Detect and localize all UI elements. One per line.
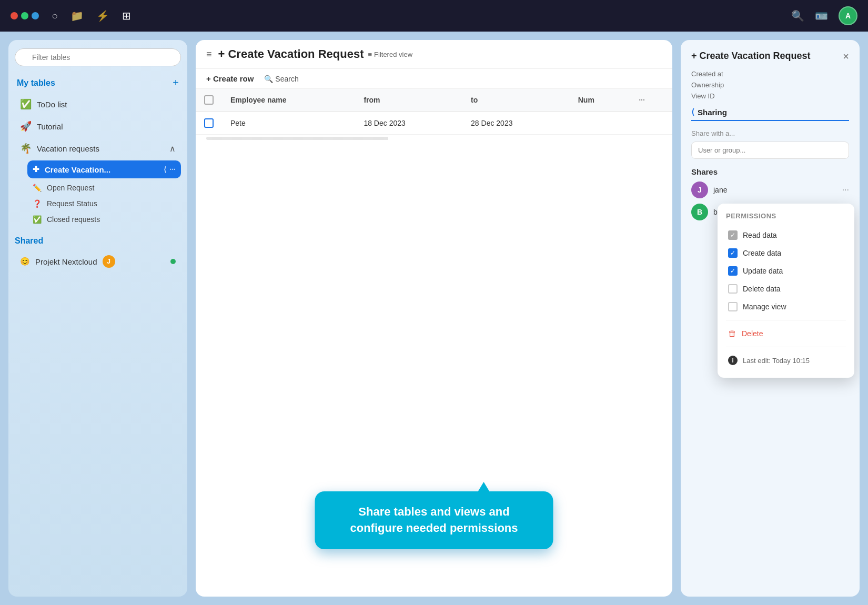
sidebar-item-todo[interactable]: ✅ ToDo list [15,94,181,114]
permissions-dropdown: Permissions ✓ Read data ✓ Create data ✓ … [718,204,854,378]
sidebar-item-request-status[interactable]: ❓ Request Status [27,196,181,211]
sidebar-item-label: Projekt Nextcloud [35,257,97,266]
perm-last-edit: i Last edit: Today 10:15 [726,351,846,369]
perm-label-manage-view: Manage view [743,302,786,311]
share-user-jane: J jane ··· [691,182,849,198]
page-title: + Create Vacation Request [218,47,364,61]
user-name-jane: jane [713,186,837,194]
table-row: Pete 18 Dec 2023 28 Dec 2023 [196,112,672,135]
permissions-divider [726,320,846,320]
close-panel-button[interactable]: × [843,51,849,62]
trash-icon: 🗑 [728,329,736,338]
my-tables-section-header: My tables + [15,77,181,89]
header-checkbox[interactable] [204,95,214,105]
perm-label-create: Create data [743,249,781,257]
sharing-tab[interactable]: ⟨ Sharing [691,107,849,121]
top-navigation: ○ 📁 ⚡ ⊞ 🔍 🪪 A [0,0,868,32]
meta-created-at: Created at [691,70,849,78]
callout-text: Share tables and views and configure nee… [350,505,518,535]
nav-icon-lightning[interactable]: ⚡ [96,9,109,22]
sharing-tab-label: Sharing [698,108,727,117]
filtered-view-badge: ≡ Filtered view [368,51,412,58]
perm-label-update: Update data [743,267,783,275]
share-with-input[interactable] [691,142,849,159]
user-avatar-jane: J [691,182,708,198]
share-icon[interactable]: ⟨ [164,165,166,174]
shared-section-divider: Shared [15,236,181,246]
column-more[interactable]: ··· [630,89,672,112]
nav-icon-circle[interactable]: ○ [52,10,58,22]
todo-icon: ✅ [20,98,32,110]
item-actions: ⟨ ··· [164,165,176,174]
share-with-label: Share with a... [691,129,849,137]
right-panel-header: + Create Vacation Request × [691,51,849,62]
add-table-button[interactable]: + [173,77,179,89]
right-panel-title-text: + Create Vacation Request [691,51,811,62]
permissions-divider-2 [726,347,846,347]
last-edit-label: Last edit: Today 10:15 [743,357,810,365]
sidebar: My tables + ✅ ToDo list 🚀 Tutorial 🌴 Vac… [8,40,187,597]
column-checkbox [196,89,222,112]
filter-tables-input[interactable] [15,48,181,66]
sidebar-item-open-request[interactable]: ✏️ Open Request [27,180,181,195]
horizontal-scrollbar[interactable] [206,137,662,140]
right-panel-title: + Create Vacation Request [691,51,811,62]
online-indicator [170,259,176,264]
filtered-view-label: Filtered view [374,51,412,58]
user-card-icon[interactable]: 🪪 [815,9,828,22]
shares-label: Shares [691,167,849,176]
nav-icon-grid[interactable]: ⊞ [122,9,131,22]
content-area: ≡ + Create Vacation Request ≡ Filtered v… [196,40,672,597]
more-options-icon[interactable]: ··· [169,165,176,174]
data-table: Employee name from to Num ··· [196,89,672,135]
sidebar-item-label: Vacation requests [37,144,164,153]
meta-view-id: View ID [691,92,849,100]
perm-item-delete-data[interactable]: Delete data [726,280,846,298]
perm-item-manage-view[interactable]: Manage view [726,298,846,316]
content-title: + Create Vacation Request ≡ Filtered vie… [218,47,662,61]
permissions-title: Permissions [726,212,846,220]
perm-delete-button[interactable]: 🗑 Delete [726,325,846,342]
perm-item-create[interactable]: ✓ Create data [726,244,846,262]
sidebar-item-projekt-nextcloud[interactable]: 😊 Projekt Nextcloud J [15,251,181,272]
perm-label-delete-data: Delete data [743,285,781,293]
search-icon[interactable]: 🔍 [791,9,804,22]
user-more-jane[interactable]: ··· [842,185,849,195]
open-request-icon: ✏️ [33,184,42,192]
nav-icon-folder[interactable]: 📁 [70,9,84,22]
hamburger-icon[interactable]: ≡ [206,49,212,60]
perm-item-read[interactable]: ✓ Read data [726,226,846,244]
sidebar-item-tutorial[interactable]: 🚀 Tutorial [15,116,181,136]
sidebar-item-closed-requests[interactable]: ✅ Closed requests [27,212,181,227]
sidebar-item-label: Create Vacation... [45,165,158,174]
create-row-label: + Create row [206,74,254,83]
column-num: Num [570,89,630,112]
search-button[interactable]: 🔍 Search [264,75,298,83]
sharing-icon: ⟨ [691,107,694,117]
share-user-bob: B bob ··· Permissions ✓ Read data ✓ Crea… [691,204,849,220]
sidebar-item-vacation[interactable]: 🌴 Vacation requests ∧ [15,138,181,158]
vacation-sub-items: ✚ Create Vacation... ⟨ ··· ✏️ Open Reque… [15,160,181,227]
sidebar-item-create-vacation[interactable]: ✚ Create Vacation... ⟨ ··· [27,160,181,178]
cell-from: 18 Dec 2023 [355,112,462,135]
column-from: from [355,89,462,112]
tutorial-icon: 🚀 [20,120,32,132]
closed-requests-icon: ✅ [33,215,42,224]
search-label: 🔍 Search [264,75,298,83]
my-tables-label: My tables [17,78,55,88]
column-employee-name: Employee name [222,89,355,112]
cell-more [630,112,672,135]
perm-checkbox-create: ✓ [728,248,738,258]
perm-checkbox-update: ✓ [728,266,738,276]
filter-wrapper [15,48,181,66]
row-checkbox-cell [196,112,222,135]
app-logo [11,12,39,19]
perm-item-update[interactable]: ✓ Update data [726,262,846,280]
create-vacation-icon: ✚ [33,165,39,174]
column-to: to [462,89,570,112]
cell-to: 28 Dec 2023 [462,112,570,135]
row-checkbox[interactable] [204,118,214,128]
user-avatar[interactable]: A [839,6,857,25]
request-status-icon: ❓ [33,199,42,208]
create-row-button[interactable]: + Create row [206,74,254,83]
